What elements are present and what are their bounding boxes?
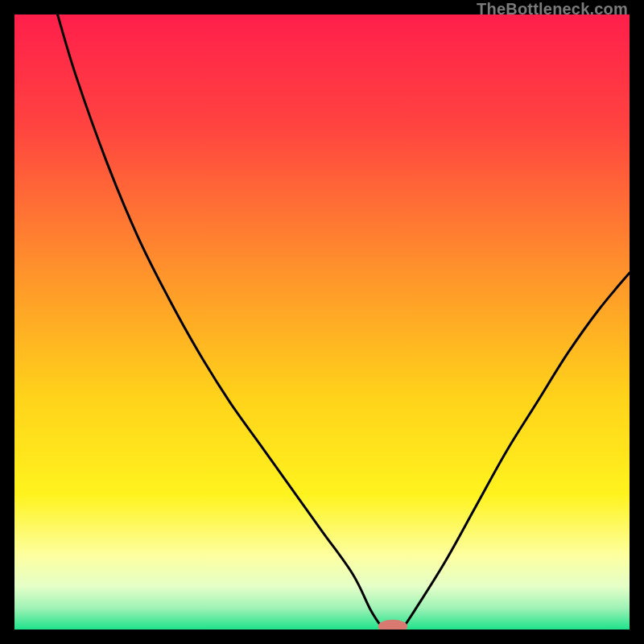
bottleneck-chart	[14, 14, 630, 630]
gradient-background	[14, 14, 630, 630]
attribution-text: TheBottleneck.com	[477, 0, 628, 19]
chart-frame	[14, 14, 630, 630]
